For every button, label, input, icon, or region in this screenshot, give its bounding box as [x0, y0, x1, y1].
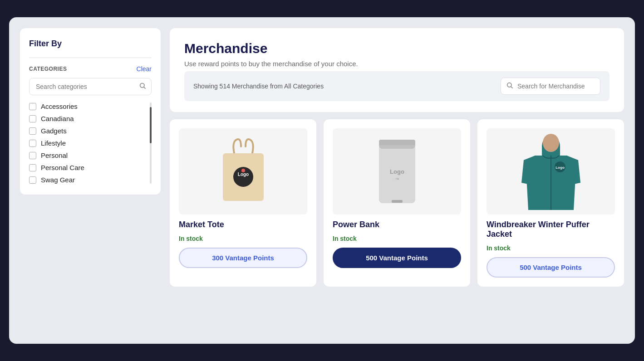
svg-text:Logo: Logo [237, 172, 248, 177]
category-label-personal: Personal [41, 151, 68, 159]
svg-rect-11 [392, 200, 403, 203]
product-points-button-power-bank[interactable]: 500 Vantage Points [333, 248, 461, 268]
product-status-power-bank: In stock [333, 235, 461, 242]
sidebar: Filter By CATEGORIES Clear Accessories C… [20, 28, 161, 195]
category-item-lifestyle[interactable]: Lifestyle [29, 139, 152, 147]
checkbox-accessories[interactable] [29, 103, 36, 110]
category-label-lifestyle: Lifestyle [41, 139, 66, 147]
svg-point-17 [543, 134, 559, 152]
category-label-canadiana: Canadiana [41, 115, 74, 122]
product-name-windbreaker: Windbreaker Winter Puffer Jacket [487, 220, 615, 239]
checkbox-personal[interactable] [29, 152, 36, 159]
product-name-market-tote: Market Tote [179, 220, 307, 229]
category-item-accessories[interactable]: Accessories [29, 102, 152, 110]
filter-title: Filter By [29, 39, 152, 49]
product-image-windbreaker: Logo [487, 128, 615, 215]
checkbox-swag-gear[interactable] [29, 176, 36, 184]
page-subtitle: Use reward points to buy the merchandise… [184, 60, 610, 68]
category-item-swag-gear[interactable]: Swag Gear [29, 176, 152, 184]
category-item-personal[interactable]: Personal [29, 151, 152, 159]
filter-bar: Showing 514 Merchandise from All Categor… [184, 71, 610, 101]
category-label-swag-gear: Swag Gear [41, 176, 75, 184]
product-points-button-windbreaker[interactable]: 500 Vantage Points [487, 257, 615, 278]
checkbox-personal-care[interactable] [29, 164, 36, 171]
checkbox-canadiana[interactable] [29, 115, 36, 122]
categories-list: Accessories Canadiana Gadgets Lifestyle … [29, 102, 152, 184]
product-status-windbreaker: In stock [487, 244, 615, 252]
svg-text:Logo: Logo [556, 166, 565, 170]
product-image-power-bank: Logo ™ [333, 128, 461, 215]
svg-text:™: ™ [395, 177, 399, 182]
category-label-accessories: Accessories [41, 102, 78, 110]
main-content: Merchandise Use reward points to buy the… [170, 28, 624, 333]
category-item-gadgets[interactable]: Gadgets [29, 127, 152, 135]
product-card-market-tote: Logo Market Tote In stock 300 Vantage Po… [170, 119, 316, 287]
page-header-card: Merchandise Use reward points to buy the… [170, 28, 624, 112]
product-card-power-bank: Logo ™ Power Bank In stock 500 Vantage P… [324, 119, 470, 287]
outer-container: Filter By CATEGORIES Clear Accessories C… [9, 17, 635, 344]
checkbox-lifestyle[interactable] [29, 140, 36, 147]
svg-point-7 [241, 169, 245, 172]
product-points-button-market-tote[interactable]: 300 Vantage Points [179, 248, 307, 268]
category-item-personal-care[interactable]: Personal Care [29, 164, 152, 171]
products-grid: Logo Market Tote In stock 300 Vantage Po… [170, 119, 624, 287]
category-label-personal-care: Personal Care [41, 164, 84, 171]
categories-label: CATEGORIES [29, 66, 67, 72]
search-categories-input[interactable] [29, 78, 152, 95]
product-name-power-bank: Power Bank [333, 220, 461, 229]
search-categories-wrapper [29, 78, 152, 95]
product-image-market-tote: Logo [179, 128, 307, 215]
scrollbar-thumb [150, 107, 152, 143]
categories-header: CATEGORIES Clear [29, 65, 152, 73]
page-title: Merchandise [184, 41, 610, 56]
category-label-gadgets: Gadgets [41, 127, 67, 135]
svg-text:Logo: Logo [390, 168, 404, 175]
clear-button[interactable]: Clear [137, 65, 152, 73]
svg-rect-10 [379, 140, 415, 145]
search-merchandise-wrapper [501, 78, 600, 95]
divider [29, 58, 152, 58]
product-status-market-tote: In stock [179, 235, 307, 242]
product-card-windbreaker: Logo Windbreaker Winter Puffer Jacket In… [477, 119, 624, 287]
checkbox-gadgets[interactable] [29, 127, 36, 135]
showing-text: Showing 514 Merchandise from All Categor… [193, 83, 324, 90]
scrollbar-track [150, 102, 152, 184]
category-item-canadiana[interactable]: Canadiana [29, 115, 152, 122]
search-merchandise-input[interactable] [501, 78, 600, 95]
